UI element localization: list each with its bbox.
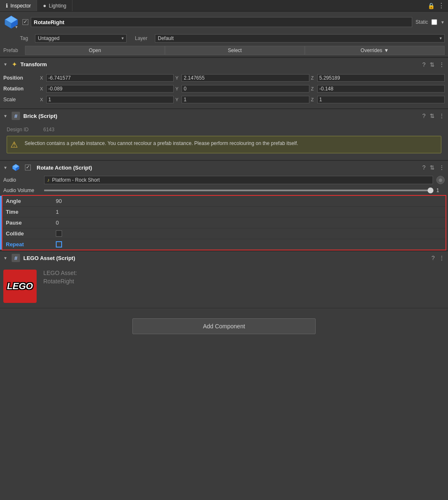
- lego-content: LEGO LEGO Asset: RotateRight: [0, 265, 448, 308]
- prefab-overrides-button[interactable]: Overrides ▼: [305, 46, 445, 55]
- inspector-icon: ℹ: [6, 2, 8, 9]
- transform-more-icon[interactable]: ⋮: [439, 61, 445, 68]
- prefab-open-button[interactable]: Open: [25, 46, 165, 55]
- position-label: Position: [3, 75, 37, 81]
- position-y-field: Y: [175, 74, 309, 82]
- brick-more-icon[interactable]: ⋮: [439, 112, 445, 119]
- collide-label: Collide: [6, 230, 56, 237]
- brick-section-header[interactable]: ▼ # Brick (Script) ? ⇅ ⋮: [0, 109, 448, 122]
- volume-slider-container: 1: [44, 188, 445, 193]
- tag-value: Untagged: [38, 35, 60, 41]
- lock-icon[interactable]: 🔒: [428, 2, 435, 9]
- repeat-checkbox[interactable]: [56, 241, 62, 248]
- tab-lighting[interactable]: ● Lighting: [37, 0, 72, 11]
- collide-checkbox[interactable]: [56, 230, 62, 237]
- rotate-action-help-icon[interactable]: ?: [422, 164, 426, 171]
- brick-actions: ? ⇅ ⋮: [422, 112, 445, 119]
- rotate-action-more-icon[interactable]: ⋮: [439, 164, 445, 171]
- volume-value: 1: [436, 188, 445, 193]
- lego-asset-hash-icon: #: [12, 254, 20, 262]
- rotation-y-label: Y: [175, 86, 180, 91]
- inspector-header: ▼ Static ▼: [0, 12, 448, 32]
- transform-help-icon[interactable]: ?: [422, 61, 426, 68]
- pause-label: Pause: [6, 220, 56, 226]
- position-x-field: X: [40, 74, 174, 82]
- position-z-field: Z: [311, 74, 445, 82]
- angle-row: Angle 90: [2, 196, 446, 207]
- tab-inspector-label: Inspector: [10, 3, 31, 9]
- object-enabled-checkbox[interactable]: [22, 19, 28, 25]
- rotation-x-field: X: [40, 85, 174, 92]
- cube-icon: ▼: [3, 14, 19, 30]
- rotation-z-input[interactable]: [317, 85, 445, 92]
- static-dropdown-arrow[interactable]: ▼: [441, 20, 445, 25]
- audio-row: Audio ♪ Platform - Rock Short ◎: [0, 174, 448, 186]
- rotation-x-input[interactable]: [46, 85, 174, 92]
- object-name-input[interactable]: [31, 17, 412, 27]
- scale-y-input[interactable]: [182, 96, 309, 103]
- rotation-x-label: X: [40, 86, 45, 91]
- lego-asset-name: RotateRight: [43, 278, 77, 285]
- prefab-overrides-arrow: ▼: [384, 48, 389, 53]
- transform-rotation-row: Rotation X Y Z: [3, 83, 445, 94]
- audio-note-icon: ♪: [47, 177, 50, 183]
- lego-asset-help-icon[interactable]: ?: [431, 255, 435, 261]
- angle-label: Angle: [6, 198, 56, 204]
- position-x-label: X: [40, 75, 45, 80]
- scale-xyz: X Y Z: [40, 96, 445, 103]
- rotate-action-section-header[interactable]: ▼ Rotate Action (Script) ? ⇅ ⋮: [0, 160, 448, 174]
- tab-spacer: [72, 0, 424, 11]
- warning-icon: ⚠: [10, 140, 20, 150]
- position-y-input[interactable]: [182, 74, 309, 82]
- lego-asset-section-header[interactable]: ▼ # LEGO Asset (Script) ? ⋮: [0, 251, 448, 265]
- rotate-action-enabled-checkbox[interactable]: [25, 165, 31, 170]
- layer-label: Layer: [135, 35, 152, 41]
- rotate-action-settings-icon[interactable]: ⇅: [430, 164, 435, 171]
- more-icon[interactable]: ⋮: [438, 2, 445, 10]
- transform-section-header[interactable]: ▼ ✦ Transform ? ⇅ ⋮: [0, 58, 448, 71]
- rotate-action-actions: ? ⇅ ⋮: [422, 164, 445, 171]
- design-id-row: Design ID 6143: [3, 125, 445, 134]
- tag-layer-row: Tag Untagged ▼ Layer Default ▼: [0, 32, 448, 44]
- static-checkbox[interactable]: [431, 19, 437, 25]
- pause-value: 0: [56, 220, 59, 226]
- lego-asset-actions: ? ⋮: [431, 255, 445, 261]
- lego-asset-more-icon[interactable]: ⋮: [439, 255, 445, 261]
- add-component-button[interactable]: Add Component: [132, 318, 316, 334]
- lego-asset-collapse-arrow: ▼: [3, 256, 8, 260]
- transform-actions: ? ⇅ ⋮: [422, 61, 445, 68]
- scale-y-field: Y: [175, 96, 309, 103]
- prefab-select-button[interactable]: Select: [165, 46, 305, 55]
- position-y-label: Y: [175, 75, 180, 80]
- tab-inspector[interactable]: ℹ Inspector: [0, 0, 37, 11]
- audio-value-text: Platform - Rock Short: [52, 177, 100, 183]
- cube-dropdown-arrow[interactable]: ▼: [15, 25, 18, 29]
- pause-row: Pause 0: [2, 218, 446, 228]
- position-x-input[interactable]: [46, 74, 174, 82]
- scale-x-label: X: [40, 97, 45, 102]
- scale-label: Scale: [3, 97, 37, 102]
- scale-z-input[interactable]: [317, 96, 445, 103]
- brick-help-icon[interactable]: ?: [422, 112, 426, 119]
- tab-lighting-label: Lighting: [49, 3, 66, 9]
- layer-dropdown[interactable]: Default ▼: [155, 34, 445, 42]
- tag-dropdown[interactable]: Untagged ▼: [35, 34, 127, 42]
- rotate-action-collapse-arrow: ▼: [3, 165, 8, 170]
- position-z-input[interactable]: [317, 74, 445, 82]
- lego-logo-text: LEGO: [7, 281, 33, 292]
- transform-settings-icon[interactable]: ⇅: [430, 61, 435, 68]
- brick-settings-icon[interactable]: ⇅: [430, 112, 435, 119]
- highlight-sidebar: [0, 196, 2, 250]
- rotate-action-cube-icon: [12, 163, 20, 172]
- time-value: 1: [56, 209, 59, 215]
- rotation-y-input[interactable]: [182, 85, 309, 92]
- audio-value-field[interactable]: ♪ Platform - Rock Short: [44, 176, 433, 184]
- volume-slider[interactable]: [44, 190, 433, 191]
- audio-label: Audio: [3, 177, 41, 183]
- time-row: Time 1: [2, 207, 446, 218]
- repeat-row: Repeat: [2, 239, 446, 250]
- prefab-label: Prefab: [3, 48, 25, 53]
- repeat-label: Repeat: [6, 241, 56, 248]
- scale-x-input[interactable]: [46, 96, 174, 103]
- audio-target-button[interactable]: ◎: [436, 176, 445, 184]
